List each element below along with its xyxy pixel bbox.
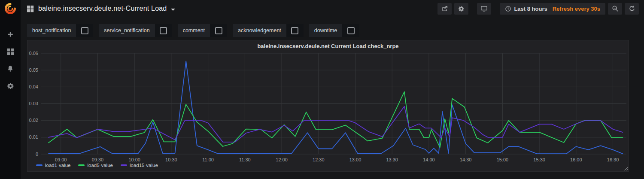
filter-checkbox-service_notification[interactable] bbox=[155, 24, 172, 37]
dashboard-grid-icon bbox=[27, 5, 34, 12]
x-tick-label: 09:30 bbox=[92, 157, 104, 162]
x-tick-label: 13:00 bbox=[349, 157, 361, 162]
legend-label: load5-value bbox=[87, 163, 112, 168]
filter-checkbox-acknowledgement[interactable] bbox=[286, 24, 304, 37]
top-navbar: baleine.insecserv.deule.net-Current Load bbox=[21, 0, 644, 17]
x-tick-label: 16:30 bbox=[607, 157, 619, 162]
dashboards-grid-icon[interactable] bbox=[6, 47, 15, 56]
clock-icon bbox=[505, 6, 511, 12]
filter-checkbox-downtime[interactable] bbox=[342, 24, 359, 37]
timeseries-chart[interactable]: 00.010.020.030.040.050.0609:0009:3010:00… bbox=[27, 40, 629, 172]
filter-checkbox-host_notification[interactable] bbox=[76, 24, 93, 37]
filter-comment: comment bbox=[178, 24, 227, 37]
refresh-button[interactable] bbox=[625, 3, 639, 15]
sidebar bbox=[0, 0, 21, 179]
time-range-picker[interactable]: Last 8 hours Refresh every 30s bbox=[500, 3, 605, 15]
x-tick-label: 15:00 bbox=[497, 157, 509, 162]
dashboard-title[interactable]: baleine.insecserv.deule.net-Current Load bbox=[38, 5, 167, 12]
grafana-app: { "navbar": { "title": "baleine.insecser… bbox=[0, 0, 644, 179]
settings-gear-button[interactable] bbox=[454, 3, 468, 15]
x-tick-label: 14:00 bbox=[423, 157, 435, 162]
y-tick-label: 0 bbox=[36, 152, 38, 157]
legend-label: load15-value bbox=[130, 163, 158, 168]
legend-item-load15-value[interactable]: load15-value bbox=[121, 163, 158, 168]
legend-swatch bbox=[36, 164, 43, 166]
checkbox[interactable] bbox=[215, 27, 222, 34]
y-tick-label: 0.04 bbox=[29, 84, 38, 89]
zoom-out-button[interactable] bbox=[608, 3, 622, 15]
y-tick-label: 0.01 bbox=[29, 134, 38, 140]
x-tick-label: 16:00 bbox=[570, 157, 582, 162]
y-tick-label: 0.05 bbox=[29, 67, 38, 73]
tv-mode-button[interactable] bbox=[477, 3, 491, 15]
series-load1-value-line bbox=[49, 61, 623, 154]
share-button[interactable] bbox=[437, 3, 452, 15]
filter-downtime: downtime bbox=[309, 24, 360, 37]
filter-label: host_notification bbox=[27, 24, 76, 37]
checkbox[interactable] bbox=[81, 27, 88, 34]
chevron-down-icon[interactable] bbox=[171, 9, 175, 11]
x-tick-label: 13:30 bbox=[386, 157, 398, 162]
x-tick-label: 10:00 bbox=[128, 157, 140, 162]
x-tick-label: 12:00 bbox=[276, 157, 288, 162]
legend-item-load5-value[interactable]: load5-value bbox=[78, 163, 112, 168]
legend-swatch bbox=[78, 164, 85, 166]
filter-checkbox-comment[interactable] bbox=[210, 24, 227, 37]
refresh-interval-label[interactable]: Refresh every 30s bbox=[553, 6, 600, 12]
grafana-logo[interactable] bbox=[0, 0, 21, 17]
filter-label: service_notification bbox=[99, 24, 155, 37]
series-load15-value-line bbox=[49, 106, 623, 142]
legend-swatch bbox=[121, 164, 127, 166]
legend-item-load1-value[interactable]: load1-value bbox=[36, 163, 70, 168]
y-tick-label: 0.06 bbox=[29, 51, 38, 56]
alerting-bell-icon[interactable] bbox=[6, 64, 15, 73]
x-tick-label: 12:30 bbox=[313, 157, 325, 162]
x-tick-label: 11:30 bbox=[239, 157, 251, 162]
time-range-label: Last 8 hours bbox=[514, 6, 547, 12]
y-tick-label: 0.02 bbox=[29, 118, 38, 123]
series-load5-value-line bbox=[49, 92, 623, 148]
x-tick-label: 14:30 bbox=[460, 157, 472, 162]
template-variables-row: host_notificationservice_notificationcom… bbox=[27, 24, 359, 37]
filter-label: downtime bbox=[309, 24, 343, 37]
panel-current-load: baleine.insecserv.deule.net Current Load… bbox=[27, 40, 629, 172]
checkbox[interactable] bbox=[291, 27, 298, 34]
legend-label: load1-value bbox=[45, 163, 70, 168]
configuration-gear-icon[interactable] bbox=[6, 82, 15, 90]
filter-acknowledgement: acknowledgement bbox=[233, 24, 304, 37]
x-tick-label: 10:30 bbox=[165, 157, 177, 162]
filter-label: comment bbox=[178, 24, 210, 37]
chart-legend: load1-valueload5-valueload15-value bbox=[36, 163, 158, 168]
x-tick-label: 09:00 bbox=[55, 157, 67, 162]
filter-label: acknowledgement bbox=[233, 24, 286, 37]
filter-service_notification: service_notification bbox=[99, 24, 172, 37]
checkbox[interactable] bbox=[160, 27, 167, 34]
filter-host_notification: host_notification bbox=[27, 24, 93, 37]
checkbox[interactable] bbox=[347, 27, 355, 34]
y-tick-label: 0.03 bbox=[29, 101, 38, 106]
x-tick-label: 11:00 bbox=[202, 157, 214, 162]
x-tick-label: 15:30 bbox=[533, 157, 545, 162]
create-plus-icon[interactable] bbox=[6, 30, 15, 39]
